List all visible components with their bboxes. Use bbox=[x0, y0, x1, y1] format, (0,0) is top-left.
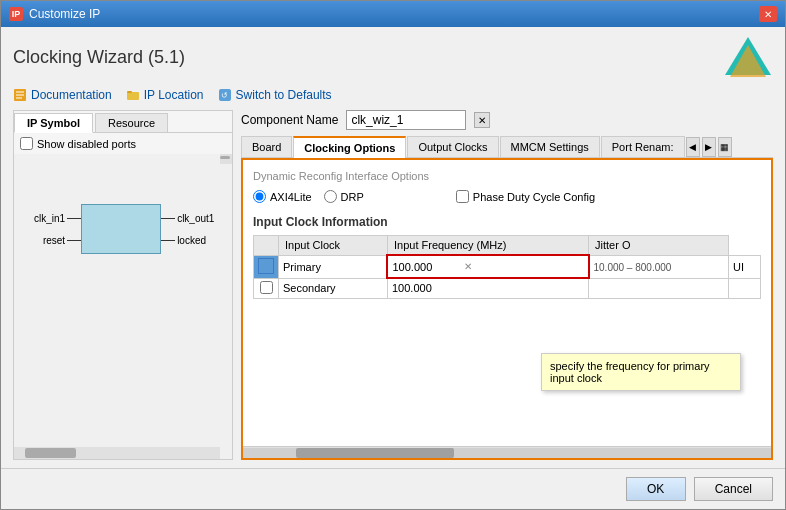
ip-block bbox=[81, 204, 161, 254]
secondary-checkbox-cell bbox=[254, 278, 279, 298]
secondary-checkbox[interactable] bbox=[260, 281, 273, 294]
pin-clk-in1: clk_in1 bbox=[34, 207, 81, 229]
tab-next-button[interactable]: ▶ bbox=[702, 137, 716, 157]
ip-location-link[interactable]: IP Location bbox=[126, 88, 204, 102]
main-section: IP Symbol Resource Show disabled ports bbox=[13, 110, 773, 460]
input-clock-section-title: Input Clock Information bbox=[253, 215, 761, 229]
primary-jitter-cell: UI bbox=[728, 255, 760, 278]
tab-content: Dynamic Reconfig Interface Options AXI4L… bbox=[241, 158, 773, 460]
svg-rect-6 bbox=[127, 92, 139, 100]
left-tab-bar: IP Symbol Resource bbox=[14, 111, 232, 133]
secondary-name-cell: Secondary bbox=[279, 278, 388, 298]
tooltip-box: specify the frequency for primary input … bbox=[541, 353, 741, 391]
tab-ip-symbol[interactable]: IP Symbol bbox=[14, 113, 93, 133]
folder-icon bbox=[126, 88, 140, 102]
show-ports-checkbox[interactable] bbox=[20, 137, 33, 150]
switch-defaults-link[interactable]: ↺ Switch to Defaults bbox=[218, 88, 332, 102]
primary-freq-clear-button[interactable]: ✕ bbox=[464, 261, 472, 272]
tab-content-scroll[interactable]: Dynamic Reconfig Interface Options AXI4L… bbox=[243, 160, 771, 446]
dynamic-reconfig-title: Dynamic Reconfig Interface Options bbox=[253, 170, 761, 182]
svg-rect-7 bbox=[127, 91, 132, 93]
secondary-clock-row: Secondary bbox=[254, 278, 761, 298]
documentation-link[interactable]: Documentation bbox=[13, 88, 112, 102]
documentation-label: Documentation bbox=[31, 88, 112, 102]
switch-icon: ↺ bbox=[218, 88, 232, 102]
component-name-row: Component Name clk_wiz_1 ✕ bbox=[241, 110, 773, 130]
footer: OK Cancel bbox=[1, 468, 785, 509]
close-button[interactable]: ✕ bbox=[759, 6, 777, 22]
app-title-text: Clocking Wizard (5.1) bbox=[13, 47, 185, 68]
show-ports-label: Show disabled ports bbox=[37, 138, 136, 150]
th-jitter: Jitter O bbox=[589, 236, 729, 256]
clock-table: Input Clock Input Frequency (MHz) Jitter… bbox=[253, 235, 761, 299]
symbol-area: clk_in1 reset bbox=[14, 154, 232, 459]
primary-clock-name: Primary bbox=[283, 261, 321, 273]
radio-drp-input[interactable] bbox=[324, 190, 337, 203]
component-name-label: Component Name bbox=[241, 113, 338, 127]
tab-board[interactable]: Board bbox=[241, 136, 292, 157]
toolbar: Documentation IP Location ↺ Switch to De… bbox=[13, 88, 773, 102]
book-icon bbox=[13, 88, 27, 102]
tab-mmcm-settings[interactable]: MMCM Settings bbox=[500, 136, 600, 157]
radio-row: AXI4Lite DRP Phase Duty Cycle Config bbox=[253, 190, 761, 203]
content-area: Clocking Wizard (5.1) Documentation bbox=[1, 27, 785, 468]
right-pins: clk_out1 locked bbox=[161, 207, 214, 251]
bottom-scroll-thumb bbox=[296, 448, 454, 458]
pin-clk-out1-label: clk_out1 bbox=[177, 213, 214, 224]
primary-freq-input[interactable] bbox=[392, 261, 462, 273]
pin-clk-in1-label: clk_in1 bbox=[34, 213, 65, 224]
bottom-scroll-thumb bbox=[25, 448, 76, 458]
input-clock-section: Input Clock Information Input Clock Inpu… bbox=[253, 215, 761, 299]
secondary-freq-input[interactable] bbox=[392, 282, 462, 294]
radio-drp-label: DRP bbox=[341, 191, 364, 203]
left-scroll-thumb bbox=[220, 156, 230, 159]
reconfig-options: Dynamic Reconfig Interface Options AXI4L… bbox=[253, 170, 761, 203]
pin-reset: reset bbox=[43, 229, 81, 251]
right-panel: Component Name clk_wiz_1 ✕ Board Clockin… bbox=[241, 110, 773, 460]
phase-duty-label: Phase Duty Cycle Config bbox=[473, 191, 595, 203]
svg-text:↺: ↺ bbox=[221, 91, 228, 100]
switch-defaults-label: Switch to Defaults bbox=[236, 88, 332, 102]
title-bar: IP Customize IP ✕ bbox=[1, 1, 785, 27]
secondary-freq-cell[interactable] bbox=[387, 278, 588, 298]
app-title-row: Clocking Wizard (5.1) bbox=[13, 35, 773, 80]
primary-jitter-text: UI bbox=[733, 261, 744, 273]
pin-reset-label: reset bbox=[43, 235, 65, 246]
primary-range-text: 10.000 – 800.000 bbox=[594, 262, 672, 273]
component-name-input[interactable]: clk_wiz_1 bbox=[346, 110, 466, 130]
clear-component-name-button[interactable]: ✕ bbox=[474, 112, 490, 128]
radio-drp[interactable]: DRP bbox=[324, 190, 364, 203]
window-title: Customize IP bbox=[29, 7, 100, 21]
tab-port-renam[interactable]: Port Renam: bbox=[601, 136, 685, 157]
primary-checkbox-cell bbox=[254, 255, 279, 278]
tabs-row: Board Clocking Options Output Clocks MMC… bbox=[241, 136, 773, 158]
secondary-jitter-cell bbox=[728, 278, 760, 298]
phase-duty-checkbox[interactable] bbox=[456, 190, 469, 203]
th-checkbox bbox=[254, 236, 279, 256]
ip-symbol-diagram: clk_in1 reset bbox=[34, 204, 214, 254]
bottom-scroll-track bbox=[243, 448, 771, 458]
radio-axi4lite-label: AXI4Lite bbox=[270, 191, 312, 203]
radio-axi4lite-input[interactable] bbox=[253, 190, 266, 203]
show-ports-row: Show disabled ports bbox=[14, 133, 232, 154]
window-icon: IP bbox=[9, 7, 23, 21]
primary-freq-value-row: ✕ bbox=[392, 261, 583, 273]
th-input-clock: Input Clock bbox=[279, 236, 388, 256]
tab-resource[interactable]: Resource bbox=[95, 113, 168, 132]
left-scroll[interactable] bbox=[220, 154, 232, 164]
ok-button[interactable]: OK bbox=[626, 477, 686, 501]
left-pins: clk_in1 reset bbox=[34, 207, 81, 251]
tab-grid-button[interactable]: ▦ bbox=[718, 137, 732, 157]
primary-checkbox[interactable] bbox=[258, 258, 274, 274]
tab-prev-button[interactable]: ◀ bbox=[686, 137, 700, 157]
th-input-freq: Input Frequency (MHz) bbox=[387, 236, 588, 256]
bottom-left-scroll[interactable] bbox=[14, 447, 220, 459]
cancel-button[interactable]: Cancel bbox=[694, 477, 773, 501]
primary-freq-cell[interactable]: ✕ bbox=[387, 255, 588, 278]
primary-range-cell: 10.000 – 800.000 bbox=[589, 255, 729, 278]
secondary-range-cell bbox=[589, 278, 729, 298]
bottom-scrollbar[interactable] bbox=[243, 446, 771, 458]
radio-axi4lite[interactable]: AXI4Lite bbox=[253, 190, 312, 203]
tab-output-clocks[interactable]: Output Clocks bbox=[407, 136, 498, 157]
tab-clocking-options[interactable]: Clocking Options bbox=[293, 136, 406, 158]
